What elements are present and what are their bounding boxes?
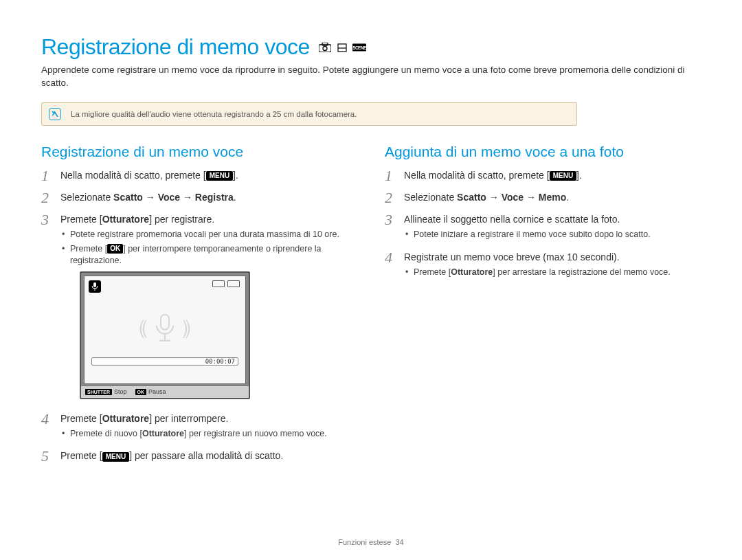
step-number-3: 3 (41, 212, 54, 227)
right-step-4: 4 Registrate un memo voce breve (max 10 … (385, 250, 701, 281)
left-step3-bullet2: Premete [OK] per interrompere temporanea… (60, 243, 357, 267)
footer-section: Funzioni estese (338, 538, 391, 546)
lcd-screen: ⸨ ⸩ 00:00:07 (84, 276, 246, 384)
left-step1-text: Nella modalità di scatto, premete [MENU]… (60, 168, 357, 182)
tip-text: La migliore qualità dell'audio viene ott… (71, 110, 357, 118)
svg-rect-9 (161, 314, 169, 329)
footer-page-number: 34 (395, 538, 403, 546)
right-step2-text: Selezionate Scatto → Voce → Memo. (404, 190, 701, 204)
left-step-2: 2 Selezionate Scatto → Voce → Registra. (41, 190, 357, 205)
svg-rect-0 (319, 45, 331, 52)
menu-button-label: MENU (206, 171, 233, 181)
step-number-5: 5 (41, 449, 54, 464)
left-step3-text: Premete [Otturatore] per registrare. (60, 212, 357, 226)
sound-wave-right-icon: ⸩ (182, 317, 191, 339)
left-step3-bullet1: Potete registrare promemoria vocali per … (60, 229, 357, 241)
left-step-3: 3 Premete [Otturatore] per registrare. P… (41, 212, 357, 405)
right-heading: Aggiunta di un memo voce a una foto (385, 144, 701, 160)
step-number-4: 4 (41, 412, 54, 427)
page-title: Registrazione di memo voce SCENE (41, 34, 701, 60)
tip-icon (49, 108, 61, 120)
step-number-3: 3 (385, 212, 397, 227)
mode-icon-camera (318, 43, 332, 52)
left-step5-text: Premete [MENU] per passare alla modalità… (60, 449, 357, 462)
right-step-1: 1 Nella modalità di scatto, premete [MEN… (385, 168, 701, 183)
right-step4-text: Registrate un memo voce breve (max 10 se… (404, 250, 701, 264)
lcd-status-icons (212, 280, 240, 287)
step-number-1: 1 (385, 168, 397, 183)
right-step1-text: Nella modalità di scatto, premete [MENU]… (404, 168, 701, 182)
right-step3-text: Allineate il soggetto nella cornice e sc… (404, 212, 701, 226)
microphone-icon (153, 313, 177, 343)
svg-rect-7 (93, 282, 96, 287)
right-step4-bullet1: Premete [Otturatore] per arrestare la re… (404, 267, 701, 279)
right-column: Aggiunta di un memo voce a una foto 1 Ne… (385, 144, 701, 471)
left-step4-bullet1: Premete di nuovo [Otturatore] per regist… (60, 428, 357, 440)
menu-button-label: MENU (550, 171, 576, 181)
title-mode-icons: SCENE (318, 43, 366, 52)
step-number-2: 2 (41, 190, 54, 205)
intro-paragraph: Apprendete come registrare un memo voce … (41, 64, 701, 90)
recording-mode-icon (89, 280, 101, 293)
step-number-4: 4 (385, 250, 397, 265)
right-step-2: 2 Selezionate Scatto → Voce → Memo. (385, 190, 701, 205)
shutter-stop-hint: SHUTTER Stop (81, 388, 131, 395)
sound-wave-left-icon: ⸨ (139, 317, 148, 339)
ok-pause-hint: OK Pausa (131, 388, 170, 395)
menu-button-label: MENU (102, 452, 129, 462)
right-step-3: 3 Allineate il soggetto nella cornice e … (385, 212, 701, 243)
left-column: Registrazione di un memo voce 1 Nella mo… (41, 144, 357, 471)
elapsed-time: 00:00:07 (205, 358, 235, 365)
left-step2-text: Selezionate Scatto → Voce → Registra. (60, 190, 357, 204)
step-number-1: 1 (41, 168, 54, 183)
left-heading: Registrazione di un memo voce (41, 144, 357, 160)
right-step3-bullet1: Potete iniziare a registrare il memo voc… (404, 229, 701, 241)
svg-text:SCENE: SCENE (352, 45, 366, 49)
step-number-2: 2 (385, 190, 397, 205)
left-step-4: 4 Premete [Otturatore] per interrompere.… (41, 412, 357, 443)
ok-button-label: OK (107, 244, 123, 254)
svg-point-2 (323, 46, 327, 50)
mode-icon-scene: SCENE (352, 43, 366, 52)
svg-rect-1 (322, 43, 328, 45)
content-columns: Registrazione di un memo voce 1 Nella mo… (41, 144, 701, 471)
page-footer: Funzioni estese 34 (0, 538, 742, 546)
lcd-bottom-bar: SHUTTER Stop OK Pausa (81, 385, 249, 398)
card-icon (212, 280, 225, 287)
title-text: Registrazione di memo voce (41, 34, 310, 60)
battery-icon (227, 280, 240, 287)
left-step4-text: Premete [Otturatore] per interrompere. (60, 412, 357, 425)
mode-icon-dual (335, 43, 349, 52)
microphone-graphic: ⸨ ⸩ (139, 313, 191, 343)
left-step-1: 1 Nella modalità di scatto, premete [MEN… (41, 168, 357, 183)
tip-callout: La migliore qualità dell'audio viene ott… (41, 102, 577, 126)
left-step-5: 5 Premete [MENU] per passare alla modali… (41, 449, 357, 464)
camera-lcd-illustration: ⸨ ⸩ 00:00:07 SHUTTER Stop (80, 271, 250, 399)
